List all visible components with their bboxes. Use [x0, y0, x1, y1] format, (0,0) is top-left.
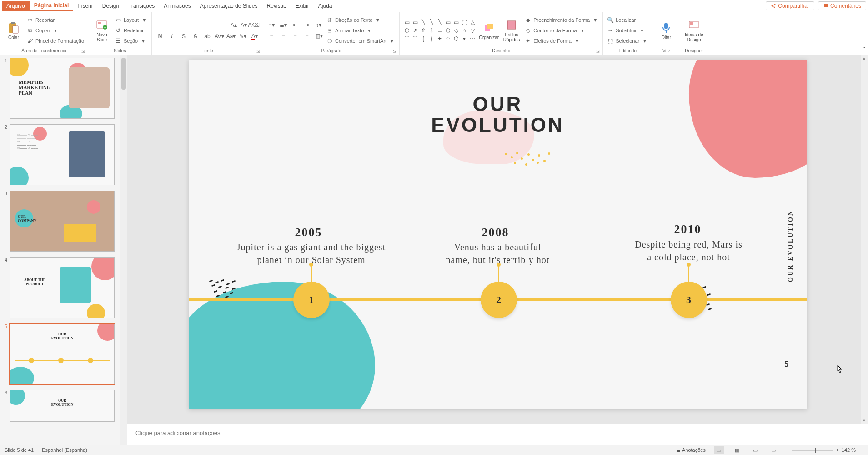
view-slideshow-button[interactable]: ▭	[768, 446, 778, 454]
clear-format-icon[interactable]: A⌫	[249, 20, 258, 30]
timeline-desc-2[interactable]: Venus has a beautiful name, but it's ter…	[430, 241, 566, 266]
change-case-icon[interactable]: Aa▾	[226, 32, 236, 41]
thumbnail-4[interactable]: ABOUT THE PRODUCT	[10, 257, 115, 318]
align-center-icon[interactable]: ≡	[279, 31, 288, 40]
bullets-icon[interactable]: ≡▾	[267, 20, 276, 30]
shape-fill-button[interactable]: ◆Preenchimento da Forma▾	[524, 15, 599, 25]
strike-icon[interactable]: S̶	[191, 32, 200, 41]
tab-home[interactable]: Página Inicial	[30, 0, 74, 11]
italic-icon[interactable]: I	[167, 32, 176, 41]
thumbnail-scrollbar[interactable]	[120, 55, 127, 445]
tab-design[interactable]: Design	[98, 1, 124, 11]
design-ideas-button[interactable]: Ideias de Design	[684, 15, 704, 46]
fit-window-button[interactable]: ⛶	[858, 447, 863, 453]
font-color-icon[interactable]: A▾	[250, 32, 259, 41]
zoom-value[interactable]: 142 %	[842, 447, 856, 453]
collapse-ribbon-button[interactable]: ˆ	[860, 12, 868, 55]
dictate-button[interactable]: Ditar	[656, 15, 676, 46]
timeline-desc-3[interactable]: Despite being red, Mars is a cold place,…	[625, 238, 753, 263]
align-text-button[interactable]: ⊟Alinhar Texto▾	[326, 25, 396, 35]
shadow-icon[interactable]: ab	[203, 32, 212, 41]
canvas-area[interactable]: OUR EVOLUTION	[127, 55, 868, 424]
font-size-select[interactable]	[211, 20, 228, 30]
slide-title[interactable]: OUR EVOLUTION	[189, 94, 807, 136]
view-sorter-button[interactable]: ▦	[732, 446, 742, 454]
align-left-icon[interactable]: ≡	[267, 31, 276, 40]
quick-styles-button[interactable]: Estilos Rápidos	[502, 15, 522, 46]
tab-animations[interactable]: Animações	[159, 1, 195, 11]
thumbnail-6[interactable]: OUR EVOLUTION	[10, 390, 115, 422]
find-button[interactable]: 🔍Localizar	[607, 15, 648, 25]
numbering-icon[interactable]: ≣▾	[279, 20, 288, 30]
copy-button[interactable]: ⧉Copiar▾	[26, 25, 84, 35]
timeline-circle-3[interactable]: 3	[671, 282, 707, 318]
replace-button[interactable]: ↔Substituir▾	[607, 25, 648, 35]
thumbnail-2[interactable]: 01 ▬▬▬ 02 ▬▬▬▬▬▬▬ ▬▬▬▬03 ▬▬▬ 04 ▬▬▬▬▬▬▬ …	[10, 124, 115, 185]
timeline-year-2[interactable]: 2008	[482, 226, 509, 239]
highlight-icon[interactable]: ✎▾	[238, 32, 247, 41]
zoom-in-button[interactable]: +	[836, 447, 838, 453]
notes-toggle-button[interactable]: ≣ Anotações	[676, 447, 706, 453]
canvas-scrollbar[interactable]: ▲ ▼	[861, 55, 868, 424]
ribbon: Colar ✂Recortar ⧉Copiar▾ 🖌Pincel de Form…	[0, 12, 868, 55]
increase-font-icon[interactable]: A▴	[229, 20, 238, 30]
tab-review[interactable]: Revisão	[262, 1, 291, 11]
thumbnail-5[interactable]: OUR EVOLUTION	[10, 324, 115, 384]
shape-effects-button[interactable]: ✦Efeitos de Forma▾	[524, 36, 599, 46]
tab-file[interactable]: Arquivo	[2, 1, 30, 11]
select-button[interactable]: ⬚Selecionar▾	[607, 36, 648, 46]
font-launcher[interactable]: ⇲	[256, 49, 261, 54]
tab-view[interactable]: Exibir	[291, 1, 314, 11]
slide-page-number[interactable]: 5	[785, 359, 789, 369]
arrange-button[interactable]: Organizar	[479, 15, 499, 46]
tab-help[interactable]: Ajuda	[314, 1, 337, 11]
paragraph-launcher[interactable]: ⇲	[393, 49, 397, 54]
text-direction-button[interactable]: ⇵Direção do Texto▾	[326, 15, 396, 25]
decrease-font-icon[interactable]: A▾	[239, 20, 248, 30]
font-family-select[interactable]	[156, 20, 210, 30]
status-language[interactable]: Espanhol (Espanha)	[42, 447, 87, 453]
view-normal-button[interactable]: ▭	[714, 446, 724, 454]
timeline-circle-1[interactable]: 1	[293, 282, 330, 318]
view-reading-button[interactable]: ▭	[750, 446, 760, 454]
thumbnail-1[interactable]: MEMPHIS MARKETING PLAN	[10, 58, 115, 119]
decrease-indent-icon[interactable]: ⇤	[291, 20, 300, 30]
timeline-year-1[interactable]: 2005	[295, 226, 322, 239]
zoom-control[interactable]: − + 142 % ⛶	[787, 447, 863, 453]
increase-indent-icon[interactable]: ⇥	[302, 20, 311, 30]
zoom-out-button[interactable]: −	[787, 447, 789, 453]
tab-insert[interactable]: Inserir	[73, 1, 97, 11]
underline-icon[interactable]: S	[179, 32, 188, 41]
columns-icon[interactable]: ▥▾	[314, 31, 323, 40]
timeline-desc-1[interactable]: Jupiter is a gas giant and the biggest p…	[230, 241, 393, 266]
share-button[interactable]: Compartilhar	[766, 1, 814, 10]
justify-icon[interactable]: ≡	[302, 31, 311, 40]
line-spacing-icon[interactable]: ↕▾	[314, 20, 323, 30]
char-spacing-icon[interactable]: AV▾	[215, 32, 224, 41]
new-slide-button[interactable]: + Novo Slide	[92, 15, 112, 46]
drawing-launcher[interactable]: ⇲	[596, 49, 601, 54]
shapes-gallery[interactable]: ▭▭╲╲╲▭▭◯△ ⬡↗⇧⇩▭⬠◇⌂▽ ⌒⌒{}✦☆⬡▾⋯	[403, 19, 476, 42]
slide-canvas[interactable]: OUR EVOLUTION	[189, 60, 807, 409]
comments-button[interactable]: Comentários	[818, 1, 866, 10]
layout-button[interactable]: ▭Layout▾	[115, 15, 148, 25]
convert-smartart-button[interactable]: ⬡Converter em SmartArt▾	[326, 36, 396, 46]
tab-transitions[interactable]: Transições	[124, 1, 159, 11]
zoom-slider[interactable]	[792, 450, 833, 451]
cut-button[interactable]: ✂Recortar	[26, 15, 84, 25]
format-painter-button[interactable]: 🖌Pincel de Formatação	[26, 36, 84, 46]
thumbnail-3[interactable]: OUR COMPANY	[10, 191, 115, 252]
tab-slideshow[interactable]: Apresentação de Slides	[196, 1, 262, 11]
timeline-circle-2[interactable]: 2	[481, 282, 517, 318]
side-label[interactable]: OUR EVOLUTION	[787, 210, 794, 282]
notes-pane[interactable]: Clique para adicionar anotações	[127, 424, 868, 445]
bold-icon[interactable]: N	[156, 32, 165, 41]
timeline-year-3[interactable]: 2010	[674, 222, 702, 236]
shape-outline-button[interactable]: ◇Contorno da Forma▾	[524, 25, 599, 35]
paste-button[interactable]: Colar	[4, 15, 24, 46]
section-button[interactable]: ☰Seção▾	[115, 36, 148, 46]
clipboard-launcher[interactable]: ⇲	[81, 49, 86, 54]
reset-button[interactable]: ↺Redefinir	[115, 25, 148, 35]
align-right-icon[interactable]: ≡	[291, 31, 300, 40]
status-slide-position[interactable]: Slide 5 de 41	[5, 447, 34, 453]
